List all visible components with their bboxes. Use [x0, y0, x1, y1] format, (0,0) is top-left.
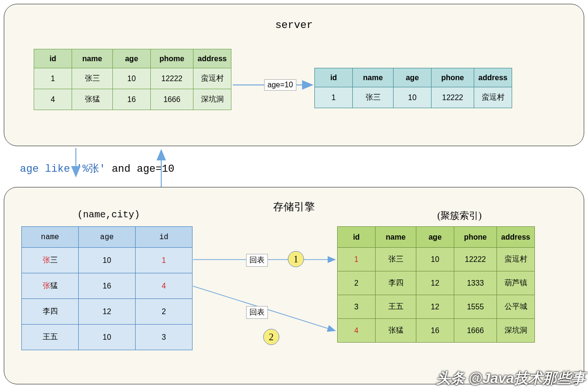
server-panel: server id name age phome address 1 张三 10…	[4, 4, 584, 146]
table-row: 1 张三 10 12222 蛮逗村	[315, 87, 512, 108]
step-1-marker: 1	[288, 251, 304, 267]
col-address: address	[497, 227, 535, 248]
col-phone: phome	[151, 49, 193, 68]
secondary-index-table: name age id 张三 10 1 张猛 16 4 李四 12 2 王五 1…	[21, 226, 193, 350]
query-part-black: and age=10	[105, 163, 174, 175]
filter-label: age=10	[264, 79, 296, 91]
query-text: age like '%张' and age=10	[20, 161, 175, 176]
query-part-blue: age like '%张'	[20, 163, 105, 175]
col-age: age	[79, 227, 136, 248]
server-left-table: id name age phome address 1 张三 10 12222 …	[34, 49, 231, 110]
col-name: name	[22, 227, 79, 248]
table-row: 张三 10 1	[22, 248, 193, 273]
lookup-label-2: 回表	[246, 306, 268, 319]
table-row: 1 张三 10 12222 蛮逗村	[34, 68, 231, 89]
watermark: 头条 @Java技术那些事	[436, 369, 585, 388]
col-id: id	[136, 227, 193, 248]
lookup-label-1: 回表	[246, 254, 268, 267]
col-age: age	[416, 227, 454, 248]
col-id: id	[34, 49, 72, 68]
clustered-index-table: id name age phone address 1 张三 10 12222 …	[337, 226, 535, 343]
col-address: address	[474, 68, 512, 87]
table-row: 1 张三 10 12222 蛮逗村	[338, 248, 535, 271]
table-row: 李四 12 2	[22, 299, 193, 325]
table-row: 王五 10 3	[22, 325, 193, 350]
col-name: name	[353, 68, 394, 87]
col-id: id	[315, 68, 353, 87]
table-row: 张猛 16 4	[22, 273, 193, 299]
col-name: name	[376, 227, 416, 248]
table-row: 2 李四 12 1333 葫芦镇	[338, 271, 535, 295]
col-phone: phone	[454, 227, 497, 248]
index-right-label: (聚簇索引)	[412, 209, 507, 222]
index-left-label: (name,city)	[61, 209, 156, 220]
server-right-table: id name age phone address 1 张三 10 12222 …	[314, 68, 512, 108]
server-title: server	[4, 19, 584, 31]
table-row: 4 张猛 16 1666 深坑洞	[338, 319, 535, 343]
table-row: 3 王五 12 1555 公平城	[338, 295, 535, 319]
col-age: age	[394, 68, 432, 87]
col-age: age	[113, 49, 151, 68]
step-2-marker: 2	[263, 329, 279, 345]
storage-engine-panel: 存储引擎 (name,city) (聚簇索引) name age id 张三 1…	[4, 187, 584, 384]
col-name: name	[72, 49, 113, 68]
table-row: 4 张猛 16 1666 深坑洞	[34, 89, 231, 110]
col-phone: phone	[432, 68, 474, 87]
col-id: id	[338, 227, 376, 248]
col-address: address	[193, 49, 231, 68]
